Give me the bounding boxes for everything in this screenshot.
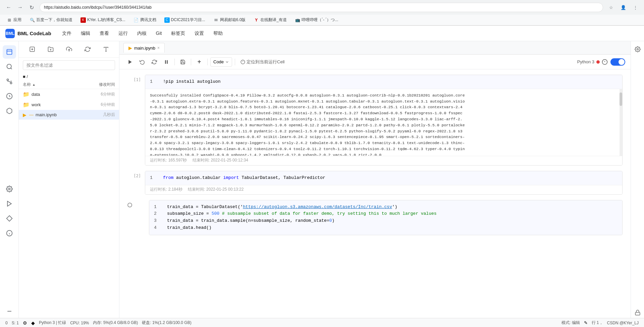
- sidebar-icon-play[interactable]: [3, 197, 16, 210]
- toggle-switch[interactable]: [610, 58, 625, 66]
- sidebar-icon-settings[interactable]: [3, 182, 16, 196]
- cell-1-endtime: 结束时间: 2022-01-25 00:12:34: [193, 158, 248, 162]
- cell-2-import-kw: import: [223, 175, 239, 180]
- refresh-files-button[interactable]: [82, 44, 93, 55]
- menu-settings[interactable]: 设置: [191, 28, 208, 39]
- svg-rect-22: [165, 60, 166, 64]
- save-button[interactable]: [177, 57, 188, 67]
- refresh-button[interactable]: ↻: [27, 3, 36, 12]
- sidebar-icons: [0, 41, 19, 318]
- file-panel-toolbar: [19, 41, 119, 58]
- menu-edit[interactable]: 编辑: [77, 28, 94, 39]
- bookmark-star-button[interactable]: ☆: [606, 3, 616, 12]
- menu-kernel[interactable]: 内核: [133, 28, 151, 39]
- new-file-button[interactable]: [27, 44, 38, 55]
- cell-2-content[interactable]: 1 from autogluon.tabular import TabularD…: [145, 171, 623, 195]
- menu-tabs[interactable]: 标签页: [167, 28, 189, 39]
- file-search-input[interactable]: [23, 60, 115, 70]
- app-logo-icon: BML: [5, 29, 15, 38]
- toolbar-divider-4: [235, 59, 235, 65]
- bilibili-icon: 📺: [295, 17, 300, 23]
- right-panel: [631, 41, 644, 318]
- svg-rect-0: [7, 50, 12, 55]
- col-time-label: 修改时间: [99, 82, 115, 87]
- cell-1-content[interactable]: 1 !pip install autogluon Successfully in…: [145, 75, 623, 166]
- right-panel-lock-button[interactable]: [632, 307, 643, 318]
- status-settings-icon[interactable]: ⚙: [23, 320, 27, 326]
- reload-button[interactable]: [149, 57, 160, 67]
- menu-file[interactable]: 文件: [58, 28, 75, 39]
- sidebar-icon-diamond[interactable]: [3, 212, 16, 225]
- bookmark-kyer[interactable]: K KYer. LJ的博客_CS...: [78, 16, 128, 23]
- dropdown-icon: [225, 60, 229, 64]
- status-bar-left: 0 S: 1 ⚙ ◆ Python 3 | 忙碌 CPU: 19% 内存: 5%…: [5, 320, 192, 326]
- address-bar[interactable]: https://aistudio.baidu.com/ibdcpu7/user/…: [40, 3, 603, 12]
- bookmark-tencent[interactable]: 📄 腾讯文档: [131, 16, 159, 23]
- notebook-tab-main[interactable]: ▶ main.ipynb ×: [123, 43, 165, 53]
- sidebar-icon-git[interactable]: [3, 75, 16, 88]
- file-item-notebook[interactable]: ▶ — main.ipynb 几秒后: [19, 110, 119, 120]
- add-cell-button[interactable]: +: [194, 57, 205, 67]
- forward-button[interactable]: →: [15, 3, 25, 12]
- pause-button[interactable]: [161, 57, 172, 67]
- sidebar-icon-info[interactable]: [3, 226, 16, 240]
- sidebar-icon-search[interactable]: [3, 60, 16, 73]
- svg-point-3: [10, 82, 12, 84]
- sidebar-icon-extensions[interactable]: [3, 104, 16, 118]
- bookmark-kyer-label: KYer. LJ的博客_CS...: [87, 17, 125, 23]
- restart-kernel-button[interactable]: [137, 57, 148, 67]
- svg-marker-8: [6, 216, 12, 221]
- sidebar-icon-files[interactable]: [3, 45, 16, 59]
- cell-1-input: 1 !pip install autogluon: [145, 75, 622, 89]
- sidebar-icon-debug[interactable]: [3, 89, 16, 103]
- status-diamond-icon[interactable]: ◆: [31, 320, 35, 326]
- menu-help[interactable]: 帮助: [209, 28, 227, 39]
- run-cell-button[interactable]: [125, 57, 136, 67]
- notebook-file-time: 几秒后: [103, 112, 115, 118]
- file-search[interactable]: [23, 60, 115, 70]
- bookmark-netease[interactable]: ✉ 网易邮箱6.0版: [211, 16, 249, 23]
- kernel-status-dot: [596, 60, 600, 64]
- cell-1-code: 1 !pip install autogluon: [150, 78, 618, 85]
- back-button[interactable]: ←: [4, 3, 13, 12]
- status-kernel-info: Python 3 | 忙碌: [39, 320, 66, 326]
- upload-button[interactable]: [64, 44, 74, 55]
- tab-notebook-icon: ▶: [128, 45, 132, 51]
- bookmark-bilibili[interactable]: 📺 哔哩哔哩（`- ´）つ...: [292, 16, 341, 23]
- menu-git[interactable]: Git: [152, 28, 166, 39]
- bookmark-translate[interactable]: Y 在线翻译_有道: [251, 16, 289, 23]
- bookmark-translate-label: 在线翻译_有道: [260, 17, 287, 23]
- file-panel: ■ / 名称 ▲ 修改时间 📁 data 6分钟前 📁 work 6分钟前: [19, 41, 119, 318]
- bookmark-dcic[interactable]: C DCIC2021学习目...: [162, 16, 208, 23]
- bookmark-baidu[interactable]: 🔍 百度一下，你就知道: [27, 16, 75, 23]
- right-panel-settings-button[interactable]: [632, 44, 643, 55]
- cell-3-content[interactable]: 1 train_data = TabularDataset('https://a…: [149, 200, 623, 235]
- bookmark-baidu-label: 百度一下，你就知道: [36, 17, 72, 23]
- menu-view[interactable]: 查看: [96, 28, 113, 39]
- profile-button[interactable]: 👤: [619, 3, 628, 12]
- file-item-data[interactable]: 📁 data 6分钟前: [19, 89, 119, 100]
- output-scrollbar-thumb[interactable]: [620, 92, 622, 106]
- cell-3-url[interactable]: https://autogluon.s3.amazonaws.com/datas…: [243, 204, 392, 209]
- more-options-button[interactable]: ⋮: [631, 3, 640, 12]
- menu-run[interactable]: 运行: [114, 28, 132, 39]
- file-item-work[interactable]: 📁 work 6分钟前: [19, 100, 119, 110]
- tab-close-button[interactable]: ×: [157, 46, 160, 50]
- cell-type-selector[interactable]: Code: [210, 57, 232, 67]
- locate-cell-button[interactable]: 定位到当前运行Cell: [238, 58, 287, 66]
- kernel-icon: [602, 59, 608, 65]
- locate-label: 定位到当前运行Cell: [247, 59, 284, 65]
- cell-3: 1 train_data = TabularDataset('https://a…: [127, 200, 623, 235]
- cell-2-from-kw: from: [163, 175, 173, 180]
- bookmark-apps[interactable]: ⊞ 应用: [4, 16, 24, 23]
- status-cpu: CPU: 19%: [70, 321, 89, 325]
- bookmark-tencent-label: 腾讯文档: [140, 17, 156, 23]
- status-edit-icon[interactable]: ✎: [584, 320, 588, 325]
- data-folder-time: 6分钟前: [101, 91, 115, 97]
- new-folder-button[interactable]: [45, 44, 56, 55]
- apps-icon: ⊞: [7, 17, 12, 23]
- git-panel-button[interactable]: [101, 44, 111, 55]
- sidebar-icon-minus[interactable]: [3, 305, 16, 318]
- status-line-col: 行 1，: [592, 320, 603, 326]
- bookmarks-bar: ⊞ 应用 🔍 百度一下，你就知道 K KYer. LJ的博客_CS... 📄 腾…: [0, 15, 644, 25]
